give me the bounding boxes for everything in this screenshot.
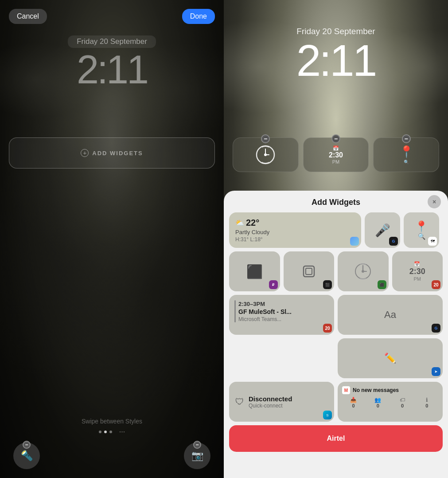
watch-activity-widget[interactable]: ⬛	[338, 251, 389, 291]
info-icon: ℹ	[426, 397, 428, 403]
maps-pin-icon: 📍	[399, 145, 413, 159]
watch-widget[interactable]: −	[233, 137, 299, 172]
pencil-widget[interactable]: ✏️ ➤	[338, 338, 443, 378]
maps-pin-sm-icon: 📍	[415, 220, 428, 233]
right-date: Friday 20 September	[224, 27, 448, 36]
widget-row-4: 🛡 Disconnected Quick-connect S M	[224, 382, 448, 422]
panel-header: Add Widgets ×	[224, 191, 448, 212]
calendar-time-widget[interactable]: 📅 2:30 PM 20	[392, 251, 443, 291]
translate-icon: Aa	[384, 309, 396, 321]
surfshark-badge: S	[323, 411, 332, 419]
time-widget[interactable]: − 📅 2:30 PM	[303, 137, 369, 172]
watch-activity-svg	[354, 263, 372, 280]
phonepe-badge: ₽	[269, 280, 278, 289]
vpn-disconnected-icon: 🛡	[235, 397, 244, 407]
torch-button[interactable]: − 🔦	[13, 443, 40, 469]
event-details: 2:30–3PM GF MuleSoft - Sl... Microsoft T…	[238, 301, 292, 322]
gmail-no-messages: No new messages	[353, 387, 399, 393]
event-time: 2:30–3PM	[238, 301, 292, 307]
maps-widget[interactable]: − 📍 🔍	[373, 137, 439, 172]
vpn-content: Disconnected Quick-connect	[249, 395, 292, 409]
panel-scroll[interactable]: ⛅ 22° Partly Cloudy H:31° L:18° 🎤 G	[224, 212, 448, 474]
more-dots: ···	[119, 428, 125, 436]
camera-button[interactable]: − 📷	[184, 443, 210, 469]
minus-watch: −	[261, 134, 270, 143]
blue-app-badge: ➤	[432, 367, 440, 376]
google-mic-widget[interactable]: 🎤 G	[365, 212, 400, 248]
google-g-icon: G	[392, 239, 395, 243]
pencil-icon: ✏️	[384, 353, 396, 364]
time-display: 2:30	[329, 151, 343, 159]
gmail-header: M No new messages	[342, 386, 438, 394]
weather-hl: H:31° L:18°	[235, 236, 355, 243]
qr-scanner-widget[interactable]: ⬛ ₽	[229, 251, 280, 291]
screenshot-svg-icon	[302, 264, 316, 278]
search-sm-icon: 🔍	[418, 233, 425, 240]
left-datetime: Friday 20 September 2:11	[0, 35, 224, 90]
g-translate-icon: G	[434, 326, 437, 330]
weather-temp: 22°	[246, 218, 259, 228]
calendar-icon-sm: 📅	[329, 145, 343, 151]
left-add-widgets-zone[interactable]: + ADD WIDGETS	[9, 137, 215, 168]
weather-condition: Partly Cloudy	[235, 229, 355, 235]
gmail-counts: 📥 0 👥 0 🏷 0	[342, 397, 438, 408]
airtel-widget[interactable]: Airtel	[229, 425, 443, 452]
inbox-val: 0	[352, 403, 355, 408]
cal-header: 📅	[409, 261, 425, 267]
dot-2	[104, 431, 107, 433]
groups-val: 0	[377, 403, 379, 408]
widget-row-5: Airtel	[224, 425, 448, 452]
left-panel: Cancel Done Friday 20 September 2:11 + A…	[0, 0, 224, 478]
svg-rect-4	[304, 266, 314, 277]
torch-icon: 🔦	[21, 450, 33, 462]
cal-time: 2:30	[409, 267, 425, 276]
event-title: GF MuleSoft - Sl...	[238, 308, 292, 315]
screenshot-widget[interactable]: ⬛	[284, 251, 335, 291]
left-top-bar: Cancel Done	[0, 9, 224, 24]
widget-row-3: 2:30–3PM GF MuleSoft - Sl... Microsoft T…	[224, 295, 448, 378]
weather-widget[interactable]: ⛅ 22° Partly Cloudy H:31° L:18°	[229, 212, 361, 248]
google-badge-mic: G	[389, 237, 398, 246]
right-datetime: Friday 20 September 2:11	[224, 27, 448, 82]
cancel-button[interactable]: Cancel	[9, 9, 47, 24]
green-badge: ⬛	[378, 280, 386, 289]
google-translate-badge: G	[432, 324, 440, 333]
minus-badge-camera: −	[193, 441, 201, 449]
add-widgets-panel: Add Widgets × ⛅ 22° Partly Cloudy H:31° …	[224, 191, 448, 478]
event-bar	[234, 300, 236, 322]
black-badge: ⬛	[323, 280, 332, 289]
qr-icon: ⬛	[246, 264, 263, 279]
plus-circle-icon: +	[81, 149, 89, 157]
weather-cloud-icon: ⛅	[235, 219, 244, 227]
left-time: 2:11	[0, 50, 224, 90]
close-button[interactable]: ×	[428, 195, 441, 208]
event-date-badge: 20	[323, 324, 332, 333]
dot-3	[109, 431, 112, 433]
info-val: 0	[425, 403, 428, 408]
cal-pm: PM	[409, 276, 425, 282]
maps-search-icon: 🔍	[404, 160, 409, 165]
watch-svg-icon	[255, 145, 276, 165]
surfshark-icon: S	[326, 413, 328, 417]
done-button[interactable]: Done	[182, 9, 215, 24]
minus-maps: −	[402, 134, 411, 143]
groups-icon: 👥	[374, 397, 381, 403]
gmail-inbox-count: 📥 0	[342, 397, 365, 408]
maps-sm-widget[interactable]: 📍 🔍 🗺	[404, 212, 439, 248]
event-app: Microsoft Teams...	[238, 316, 292, 322]
svg-rect-5	[306, 268, 312, 274]
calendar-event-widget[interactable]: 2:30–3PM GF MuleSoft - Sl... Microsoft T…	[229, 295, 334, 335]
vpn-widget[interactable]: 🛡 Disconnected Quick-connect S	[229, 382, 334, 422]
gmail-m-icon: M	[342, 386, 350, 394]
camera-icon: 📷	[191, 450, 203, 462]
google-maps-badge: 🗺	[428, 237, 437, 246]
widget-row-1: ⛅ 22° Partly Cloudy H:31° L:18° 🎤 G	[224, 212, 448, 248]
mic-icon: 🎤	[375, 223, 390, 238]
translate-widget[interactable]: Aa G	[338, 295, 443, 335]
gmail-widget[interactable]: M No new messages 📥 0 👥 0	[338, 382, 443, 422]
right-time: 2:11	[224, 38, 448, 82]
panel-title: Add Widgets	[312, 198, 360, 207]
left-date: Friday 20 September	[68, 35, 156, 48]
weather-app-badge	[350, 237, 359, 246]
minus-badge-torch: −	[23, 441, 31, 449]
